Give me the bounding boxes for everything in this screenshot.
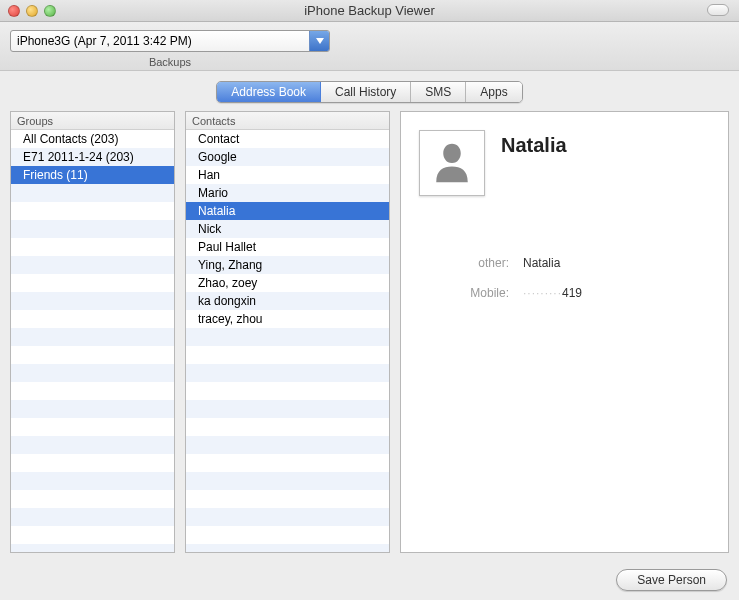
avatar: [419, 130, 485, 196]
contact-name: Natalia: [501, 134, 567, 157]
content-area: Groups All Contacts (203)E71 2011-1-24 (…: [0, 111, 739, 563]
list-item[interactable]: Friends (11): [11, 166, 174, 184]
list-item[interactable]: Zhao, zoey: [186, 274, 389, 292]
close-icon[interactable]: [8, 5, 20, 17]
list-item: [11, 490, 174, 508]
detail-header: Natalia: [419, 130, 710, 196]
tab-call-history[interactable]: Call History: [321, 82, 411, 102]
detail-fields: other:NataliaMobile:·········419: [419, 256, 710, 300]
list-item: [186, 436, 389, 454]
dropdown-arrow-icon: [309, 31, 329, 51]
window-title: iPhone Backup Viewer: [0, 3, 739, 18]
save-person-button[interactable]: Save Person: [616, 569, 727, 591]
tab-sms[interactable]: SMS: [411, 82, 466, 102]
list-item: [186, 454, 389, 472]
list-item: [186, 382, 389, 400]
groups-panel: Groups All Contacts (203)E71 2011-1-24 (…: [10, 111, 175, 553]
detail-panel: Natalia other:NataliaMobile:·········419: [400, 111, 729, 553]
list-item[interactable]: Nick: [186, 220, 389, 238]
list-item: [11, 382, 174, 400]
list-item: [186, 418, 389, 436]
contacts-header: Contacts: [186, 112, 389, 130]
list-item: [11, 526, 174, 544]
list-item: [11, 472, 174, 490]
list-item[interactable]: Mario: [186, 184, 389, 202]
list-item[interactable]: Ying, Zhang: [186, 256, 389, 274]
tab-apps[interactable]: Apps: [466, 82, 521, 102]
field-label: other:: [419, 256, 509, 270]
list-item[interactable]: tracey, zhou: [186, 310, 389, 328]
list-item: [186, 364, 389, 382]
list-item: [11, 418, 174, 436]
list-item: [11, 202, 174, 220]
toolbar-toggle-icon[interactable]: [707, 4, 729, 16]
footer: Save Person: [0, 563, 739, 600]
person-silhouette-icon: [431, 139, 473, 187]
list-item: [186, 490, 389, 508]
field-row: Mobile:·········419: [419, 286, 710, 300]
backup-select-value: iPhone3G (Apr 7, 2011 3:42 PM): [17, 34, 192, 48]
list-item: [11, 544, 174, 552]
list-item: [186, 508, 389, 526]
segmented-control: Address BookCall HistorySMSApps: [216, 81, 522, 103]
list-item: [11, 220, 174, 238]
list-item[interactable]: Paul Hallet: [186, 238, 389, 256]
list-item: [186, 328, 389, 346]
list-item[interactable]: Natalia: [186, 202, 389, 220]
groups-header: Groups: [11, 112, 174, 130]
list-item: [11, 238, 174, 256]
field-value: Natalia: [523, 256, 560, 270]
list-item: [186, 346, 389, 364]
list-item: [11, 364, 174, 382]
tabbar: Address BookCall HistorySMSApps: [0, 71, 739, 111]
tab-address-book[interactable]: Address Book: [217, 82, 321, 102]
list-item: [11, 508, 174, 526]
list-item: [11, 454, 174, 472]
backup-select-label: Backups: [10, 56, 330, 68]
groups-list[interactable]: All Contacts (203)E71 2011-1-24 (203)Fri…: [11, 130, 174, 552]
list-item: [11, 184, 174, 202]
contacts-panel: Contacts ContactGoogleHanMarioNataliaNic…: [185, 111, 390, 553]
list-item: [11, 328, 174, 346]
list-item: [186, 544, 389, 552]
list-item: [186, 400, 389, 418]
list-item[interactable]: E71 2011-1-24 (203): [11, 148, 174, 166]
list-item: [186, 526, 389, 544]
list-item[interactable]: Contact: [186, 130, 389, 148]
list-item: [11, 346, 174, 364]
list-item: [11, 436, 174, 454]
list-item: [11, 292, 174, 310]
list-item: [11, 400, 174, 418]
list-item[interactable]: ka dongxin: [186, 292, 389, 310]
list-item: [11, 310, 174, 328]
list-item: [11, 256, 174, 274]
traffic-lights: [0, 5, 56, 17]
titlebar: iPhone Backup Viewer: [0, 0, 739, 22]
list-item[interactable]: Google: [186, 148, 389, 166]
list-item: [11, 274, 174, 292]
toolbar: iPhone3G (Apr 7, 2011 3:42 PM) Backups: [0, 22, 739, 71]
field-value: ·········419: [523, 286, 582, 300]
backup-select[interactable]: iPhone3G (Apr 7, 2011 3:42 PM): [10, 30, 330, 52]
list-item[interactable]: All Contacts (203): [11, 130, 174, 148]
field-label: Mobile:: [419, 286, 509, 300]
zoom-icon[interactable]: [44, 5, 56, 17]
list-item: [186, 472, 389, 490]
field-row: other:Natalia: [419, 256, 710, 270]
list-item[interactable]: Han: [186, 166, 389, 184]
minimize-icon[interactable]: [26, 5, 38, 17]
contacts-list[interactable]: ContactGoogleHanMarioNataliaNickPaul Hal…: [186, 130, 389, 552]
